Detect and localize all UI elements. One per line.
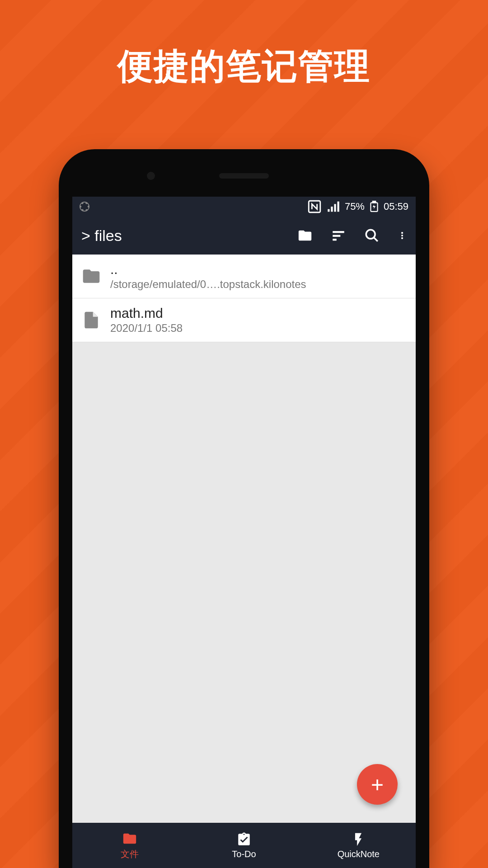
folder-icon	[122, 831, 137, 846]
svg-point-15	[401, 237, 403, 239]
item-path: /storage/emulated/0….topstack.kilonotes	[110, 278, 407, 291]
add-fab[interactable]: +	[357, 764, 398, 805]
svg-rect-8	[333, 231, 344, 233]
item-name: math.md	[110, 306, 407, 321]
svg-rect-3	[331, 207, 333, 212]
bottom-nav: 文件 To-Do QuickNote	[72, 823, 416, 868]
svg-rect-10	[333, 239, 337, 241]
item-date: 2020/1/1 05:58	[110, 322, 407, 335]
battery-charging-icon	[368, 199, 380, 214]
nfc-icon	[307, 199, 322, 214]
plus-icon: +	[371, 772, 384, 797]
svg-rect-9	[333, 235, 340, 237]
svg-point-13	[401, 232, 403, 234]
hero-title: 便捷的笔记管理	[117, 43, 371, 90]
clipboard-check-icon	[236, 832, 252, 847]
nav-quicknote[interactable]: QuickNote	[301, 823, 416, 868]
svg-rect-4	[334, 204, 336, 212]
clock-time: 05:59	[384, 201, 408, 212]
list-item-file[interactable]: math.md 2020/1/1 05:58	[72, 298, 416, 342]
nav-label: To-Do	[232, 849, 256, 859]
nav-files[interactable]: 文件	[72, 823, 187, 868]
status-bar: 75% 05:59	[72, 197, 416, 217]
list-item-parent-dir[interactable]: .. /storage/emulated/0….topstack.kilonot…	[72, 255, 416, 298]
file-icon	[81, 310, 101, 330]
svg-rect-2	[328, 209, 329, 212]
item-name: ..	[110, 262, 407, 277]
svg-line-12	[374, 237, 378, 241]
svg-rect-7	[373, 201, 376, 203]
nav-label: QuickNote	[338, 849, 380, 859]
signal-icon	[326, 199, 341, 214]
phone-camera	[147, 172, 155, 180]
folder-icon	[81, 266, 101, 286]
nav-label: 文件	[121, 848, 139, 860]
phone-speaker	[219, 173, 269, 179]
screen: 75% 05:59 > files	[72, 197, 416, 868]
svg-point-14	[401, 235, 403, 236]
app-bar: > files	[72, 217, 416, 255]
folder-button[interactable]	[297, 228, 313, 243]
sort-button[interactable]	[331, 228, 346, 243]
phone-frame: 75% 05:59 > files	[59, 149, 429, 868]
svg-rect-5	[337, 202, 339, 212]
nav-todo[interactable]: To-Do	[187, 823, 301, 868]
file-list: .. /storage/emulated/0….topstack.kilonot…	[72, 255, 416, 823]
settings-indicator-icon	[80, 202, 89, 212]
svg-point-11	[366, 230, 375, 239]
lightning-icon	[351, 832, 366, 847]
overflow-menu-button[interactable]	[398, 228, 407, 243]
app-bar-title: > files	[81, 227, 297, 245]
battery-percent: 75%	[345, 201, 365, 212]
search-button[interactable]	[364, 228, 380, 243]
